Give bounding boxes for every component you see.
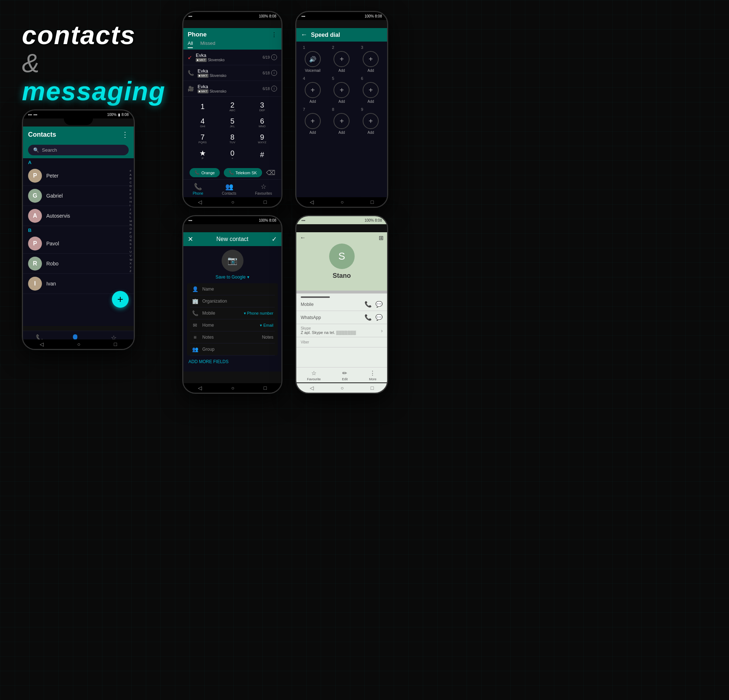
home-btn-4[interactable]: ○ (231, 385, 234, 391)
tab-all[interactable]: All (188, 41, 193, 48)
notes-field[interactable]: ≡ Notes Notes (190, 331, 275, 343)
recents-btn-3[interactable]: □ (371, 199, 373, 205)
speed-dial-item-3[interactable]: 3 + Add (358, 45, 383, 73)
dialer-key-5[interactable]: 5JKL (222, 116, 242, 129)
whatsapp-msg-btn[interactable]: 💬 (375, 314, 383, 321)
save-check-btn[interactable]: ✓ (272, 235, 277, 243)
list-item[interactable]: I Ivan (23, 274, 134, 294)
nav-contacts-2[interactable]: 👥 Contacts (222, 183, 236, 195)
dialer-grid: 1 2ABC 3DEF 4GHI 5JKL 6MNO 7PQRS 8TUV 9W… (183, 97, 282, 167)
close-btn[interactable]: ✕ (188, 235, 193, 243)
email-type[interactable]: ▾ Email (260, 323, 273, 328)
contacts-header: Contacts ⋮ (23, 126, 134, 142)
name-input[interactable]: Name (202, 286, 273, 292)
dialer-key-0[interactable]: 0+ (222, 148, 242, 161)
photo-picker[interactable]: 📷 (222, 250, 244, 272)
dialer-key-9[interactable]: 9WXYZ (252, 132, 272, 145)
add-more-fields-btn[interactable]: ADD MORE FIELDS (187, 356, 278, 368)
nav-favourites-2[interactable]: ☆ Favourites (255, 183, 272, 195)
contacts-menu-btn[interactable]: ⋮ (121, 130, 129, 139)
back-btn-3[interactable]: ◁ (310, 199, 314, 205)
dialer-bottom-nav: 📞 Phone 👥 Contacts ☆ Favourites (183, 179, 282, 198)
list-item[interactable]: G Gabriel (23, 186, 134, 206)
sim1-btn[interactable]: 📞 Orange (190, 168, 220, 177)
back-btn-5[interactable]: ◁ (310, 385, 314, 391)
group-input[interactable]: Group (202, 347, 273, 352)
mobile-call-btn[interactable]: 📞 (364, 301, 372, 308)
dialer-key-4[interactable]: 4GHI (193, 116, 212, 129)
group-field[interactable]: 👥 Group (190, 343, 275, 356)
recents-btn-2[interactable]: □ (264, 199, 266, 205)
android-nav-1: ◁ ○ □ (23, 340, 134, 349)
notch-1 (64, 119, 93, 125)
home-btn-2[interactable]: ○ (231, 199, 234, 205)
speed-dial-item-5[interactable]: 5 + Add (329, 76, 355, 103)
mobile-field[interactable]: 📞 Mobile ▾ Phone number (190, 307, 275, 320)
add-contact-fab[interactable]: + (112, 291, 129, 308)
backspace-btn[interactable]: ⌫ (266, 169, 275, 177)
dialer-key-7[interactable]: 7PQRS (193, 132, 212, 145)
mobile-msg-btn[interactable]: 💬 (375, 301, 383, 308)
speed-dial-item-4[interactable]: 4 + Add (300, 76, 325, 103)
caller-name: Evka (196, 52, 259, 58)
dialer-key-star[interactable]: ★P (193, 148, 212, 161)
info-btn[interactable]: i (271, 54, 277, 60)
incoming-call-icon: 📞 (188, 70, 194, 76)
call-item[interactable]: 🎥 Evka ■ MKT Slovensko 6/18 i (183, 81, 282, 97)
back-arrow-speed-dial[interactable]: ← (301, 31, 307, 39)
call-item[interactable]: ↙ Evka ■ MKT Slovensko 6/19 i (183, 49, 282, 65)
more-btn[interactable]: ⋮ More (369, 370, 376, 381)
back-btn-1[interactable]: ◁ (40, 341, 44, 347)
back-arrow-detail[interactable]: ← (300, 234, 306, 241)
info-btn[interactable]: i (271, 86, 277, 91)
phone-type[interactable]: ▾ Phone number (244, 311, 273, 316)
home-btn-5[interactable]: ○ (341, 385, 344, 391)
skype-item[interactable]: Skype Z apl. Skype na tel. ▒▒▒▒▒▒▒ › (296, 324, 387, 337)
sim2-btn[interactable]: 📞 Telekom SK (224, 168, 262, 177)
list-item[interactable]: P Peter (23, 166, 134, 186)
email-field[interactable]: ✉ Home ▾ Email (190, 320, 275, 331)
home-btn-1[interactable]: ○ (77, 341, 80, 347)
org-field[interactable]: 🏢 Organization (190, 295, 275, 307)
recents-btn-4[interactable]: □ (264, 385, 266, 391)
qr-code-icon[interactable]: ⊞ (379, 234, 383, 241)
list-item[interactable]: R Robo (23, 254, 134, 274)
save-to-google[interactable]: Save to Google ▾ (187, 274, 278, 280)
recents-btn-5[interactable]: □ (371, 385, 373, 391)
call-info: Evka ■ MKT Slovensko (196, 52, 259, 62)
list-item[interactable]: P Pavol (23, 234, 134, 254)
tab-missed[interactable]: Missed (200, 41, 215, 48)
notes-input[interactable]: Notes (202, 335, 236, 340)
favourite-icon: ☆ (311, 370, 317, 377)
dialer-key-6[interactable]: 6MNO (252, 116, 272, 129)
back-btn-4[interactable]: ◁ (198, 385, 202, 391)
dialer-key-1[interactable]: 1 (193, 100, 212, 113)
phone-menu-btn[interactable]: ⋮ (271, 31, 277, 38)
edit-btn[interactable]: ✏ Edit (342, 370, 348, 381)
speed-dial-item-2[interactable]: 2 + Add (329, 45, 355, 73)
whatsapp-call-btn[interactable]: 📞 (364, 314, 372, 321)
dialer-key-hash[interactable]: # (252, 148, 272, 161)
favourite-btn[interactable]: ☆ Favourite (307, 370, 321, 381)
nav-phone-2[interactable]: 📞 Phone (193, 183, 203, 195)
speed-dial-item-7[interactable]: 7 + Add (300, 107, 325, 135)
dialer-key-8[interactable]: 8TUV (222, 132, 242, 145)
alphabet-bar[interactable]: #ABCDE FGHIJK LMNOPQ RSTUVW XYZ (129, 169, 132, 273)
list-item[interactable]: A Autoservis (23, 206, 134, 226)
speed-dial-item-1[interactable]: 1 🔊 Voicemail (300, 45, 325, 73)
search-input-wrapper[interactable]: 🔍 Search (28, 145, 129, 155)
call-item[interactable]: 📞 Evka ■ MKT Slovensko 6/18 i (183, 65, 282, 81)
org-input[interactable]: Organization (202, 299, 273, 304)
info-btn[interactable]: i (271, 70, 277, 76)
home-btn-3[interactable]: ○ (341, 199, 344, 205)
back-btn-2[interactable]: ◁ (198, 199, 202, 205)
avatar: P (28, 237, 42, 250)
dialer-row: ★P 0+ # (188, 148, 277, 161)
speed-dial-item-8[interactable]: 8 + Add (329, 107, 355, 135)
speed-dial-item-9[interactable]: 9 + Add (358, 107, 383, 135)
dialer-key-3[interactable]: 3DEF (252, 100, 272, 113)
speed-dial-item-6[interactable]: 6 + Add (358, 76, 383, 103)
recents-btn-1[interactable]: □ (114, 341, 117, 347)
name-field[interactable]: 👤 Name (190, 283, 275, 295)
dialer-key-2[interactable]: 2ABC (222, 100, 242, 113)
